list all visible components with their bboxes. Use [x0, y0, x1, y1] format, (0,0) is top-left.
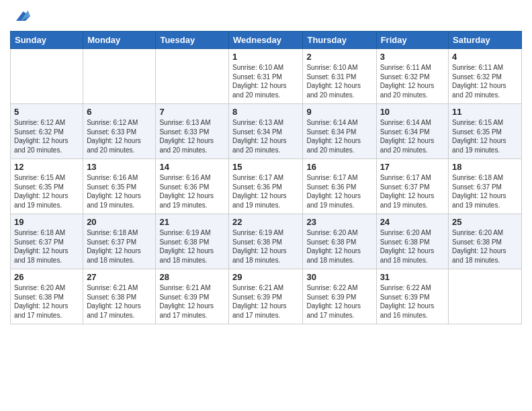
day-number: 11: [452, 107, 518, 117]
day-info: Sunrise: 6:17 AM Sunset: 6:36 PM Dayligh…: [232, 173, 299, 210]
day-number: 29: [232, 272, 299, 282]
weekday-header-sunday: Sunday: [11, 32, 83, 49]
day-number: 7: [159, 107, 225, 117]
week-row-3: 12Sunrise: 6:15 AM Sunset: 6:35 PM Dayli…: [11, 159, 522, 214]
day-info: Sunrise: 6:13 AM Sunset: 6:33 PM Dayligh…: [159, 118, 225, 154]
day-info: Sunrise: 6:20 AM Sunset: 6:38 PM Dayligh…: [14, 283, 79, 320]
day-info: Sunrise: 6:16 AM Sunset: 6:36 PM Dayligh…: [159, 173, 225, 210]
day-number: 22: [232, 217, 299, 227]
day-number: 5: [14, 107, 79, 117]
day-info: Sunrise: 6:19 AM Sunset: 6:38 PM Dayligh…: [232, 228, 299, 265]
day-number: 12: [14, 162, 79, 172]
calendar-cell: 13Sunrise: 6:16 AM Sunset: 6:35 PM Dayli…: [83, 159, 156, 214]
calendar-cell: 31Sunrise: 6:22 AM Sunset: 6:39 PM Dayli…: [376, 269, 448, 324]
calendar-cell: [449, 269, 522, 324]
weekday-header-tuesday: Tuesday: [156, 32, 229, 49]
day-number: 15: [232, 162, 299, 172]
day-info: Sunrise: 6:20 AM Sunset: 6:38 PM Dayligh…: [306, 228, 372, 265]
day-number: 3: [380, 52, 445, 62]
logo: [10, 7, 30, 26]
day-number: 23: [306, 217, 372, 227]
calendar-cell: 26Sunrise: 6:20 AM Sunset: 6:38 PM Dayli…: [11, 269, 83, 324]
day-info: Sunrise: 6:18 AM Sunset: 6:37 PM Dayligh…: [452, 173, 518, 210]
day-info: Sunrise: 6:20 AM Sunset: 6:38 PM Dayligh…: [452, 228, 518, 265]
calendar-cell: 4Sunrise: 6:11 AM Sunset: 6:32 PM Daylig…: [449, 49, 522, 104]
day-info: Sunrise: 6:17 AM Sunset: 6:36 PM Dayligh…: [306, 173, 372, 210]
day-number: 25: [452, 217, 518, 227]
day-info: Sunrise: 6:21 AM Sunset: 6:38 PM Dayligh…: [87, 283, 152, 320]
day-info: Sunrise: 6:17 AM Sunset: 6:37 PM Dayligh…: [380, 173, 445, 210]
calendar-cell: 30Sunrise: 6:22 AM Sunset: 6:39 PM Dayli…: [303, 269, 376, 324]
day-info: Sunrise: 6:11 AM Sunset: 6:32 PM Dayligh…: [452, 63, 518, 99]
day-number: 6: [87, 107, 152, 117]
day-number: 20: [87, 217, 152, 227]
calendar-cell: 7Sunrise: 6:13 AM Sunset: 6:33 PM Daylig…: [156, 104, 229, 159]
day-number: 14: [159, 162, 225, 172]
calendar-cell: 25Sunrise: 6:20 AM Sunset: 6:38 PM Dayli…: [449, 214, 522, 269]
day-number: 21: [159, 217, 225, 227]
week-row-4: 19Sunrise: 6:18 AM Sunset: 6:37 PM Dayli…: [11, 214, 522, 269]
day-number: 17: [380, 162, 445, 172]
day-number: 24: [380, 217, 445, 227]
day-info: Sunrise: 6:20 AM Sunset: 6:38 PM Dayligh…: [380, 228, 445, 265]
weekday-header-wednesday: Wednesday: [229, 32, 303, 49]
calendar-cell: 1Sunrise: 6:10 AM Sunset: 6:31 PM Daylig…: [229, 49, 303, 104]
day-number: 4: [452, 52, 518, 62]
week-row-1: 1Sunrise: 6:10 AM Sunset: 6:31 PM Daylig…: [11, 49, 522, 104]
calendar-cell: 16Sunrise: 6:17 AM Sunset: 6:36 PM Dayli…: [303, 159, 376, 214]
calendar-cell: 10Sunrise: 6:14 AM Sunset: 6:34 PM Dayli…: [376, 104, 448, 159]
page-container: SundayMondayTuesdayWednesdayThursdayFrid…: [0, 0, 532, 331]
calendar-cell: 28Sunrise: 6:21 AM Sunset: 6:39 PM Dayli…: [156, 269, 229, 324]
weekday-header-saturday: Saturday: [449, 32, 522, 49]
day-number: 16: [306, 162, 372, 172]
calendar-cell: 2Sunrise: 6:10 AM Sunset: 6:31 PM Daylig…: [303, 49, 376, 104]
day-number: 27: [87, 272, 152, 282]
calendar-cell: [83, 49, 156, 104]
calendar-cell: 18Sunrise: 6:18 AM Sunset: 6:37 PM Dayli…: [449, 159, 522, 214]
day-number: 30: [306, 272, 372, 282]
day-number: 31: [380, 272, 445, 282]
calendar-cell: 22Sunrise: 6:19 AM Sunset: 6:38 PM Dayli…: [229, 214, 303, 269]
day-info: Sunrise: 6:13 AM Sunset: 6:34 PM Dayligh…: [232, 118, 299, 154]
day-info: Sunrise: 6:18 AM Sunset: 6:37 PM Dayligh…: [14, 228, 79, 265]
day-number: 9: [306, 107, 372, 117]
weekday-header-row: SundayMondayTuesdayWednesdayThursdayFrid…: [11, 32, 522, 49]
calendar-cell: 5Sunrise: 6:12 AM Sunset: 6:32 PM Daylig…: [11, 104, 83, 159]
calendar-cell: 29Sunrise: 6:21 AM Sunset: 6:39 PM Dayli…: [229, 269, 303, 324]
day-info: Sunrise: 6:16 AM Sunset: 6:35 PM Dayligh…: [87, 173, 152, 210]
day-number: 10: [380, 107, 445, 117]
day-info: Sunrise: 6:11 AM Sunset: 6:32 PM Dayligh…: [380, 63, 445, 99]
calendar-cell: 23Sunrise: 6:20 AM Sunset: 6:38 PM Dayli…: [303, 214, 376, 269]
calendar-cell: 3Sunrise: 6:11 AM Sunset: 6:32 PM Daylig…: [376, 49, 448, 104]
day-number: 26: [14, 272, 79, 282]
calendar-cell: [11, 49, 83, 104]
day-info: Sunrise: 6:10 AM Sunset: 6:31 PM Dayligh…: [306, 63, 372, 99]
day-number: 19: [14, 217, 79, 227]
calendar-cell: 15Sunrise: 6:17 AM Sunset: 6:36 PM Dayli…: [229, 159, 303, 214]
day-info: Sunrise: 6:12 AM Sunset: 6:32 PM Dayligh…: [14, 118, 79, 154]
weekday-header-monday: Monday: [83, 32, 156, 49]
calendar-cell: 21Sunrise: 6:19 AM Sunset: 6:38 PM Dayli…: [156, 214, 229, 269]
day-number: 13: [87, 162, 152, 172]
day-info: Sunrise: 6:14 AM Sunset: 6:34 PM Dayligh…: [380, 118, 445, 154]
header: [10, 7, 522, 26]
day-info: Sunrise: 6:15 AM Sunset: 6:35 PM Dayligh…: [14, 173, 79, 210]
calendar-cell: 11Sunrise: 6:15 AM Sunset: 6:35 PM Dayli…: [449, 104, 522, 159]
day-number: 28: [159, 272, 225, 282]
day-number: 2: [306, 52, 372, 62]
week-row-2: 5Sunrise: 6:12 AM Sunset: 6:32 PM Daylig…: [11, 104, 522, 159]
calendar-cell: 20Sunrise: 6:18 AM Sunset: 6:37 PM Dayli…: [83, 214, 156, 269]
logo-icon: [11, 7, 30, 26]
day-info: Sunrise: 6:10 AM Sunset: 6:31 PM Dayligh…: [232, 63, 299, 99]
calendar-cell: 14Sunrise: 6:16 AM Sunset: 6:36 PM Dayli…: [156, 159, 229, 214]
day-info: Sunrise: 6:21 AM Sunset: 6:39 PM Dayligh…: [232, 283, 299, 320]
day-number: 8: [232, 107, 299, 117]
day-number: 18: [452, 162, 518, 172]
day-info: Sunrise: 6:22 AM Sunset: 6:39 PM Dayligh…: [380, 283, 445, 320]
weekday-header-thursday: Thursday: [303, 32, 376, 49]
day-info: Sunrise: 6:15 AM Sunset: 6:35 PM Dayligh…: [452, 118, 518, 154]
calendar-cell: 19Sunrise: 6:18 AM Sunset: 6:37 PM Dayli…: [11, 214, 83, 269]
calendar-cell: 8Sunrise: 6:13 AM Sunset: 6:34 PM Daylig…: [229, 104, 303, 159]
calendar-cell: 9Sunrise: 6:14 AM Sunset: 6:34 PM Daylig…: [303, 104, 376, 159]
week-row-5: 26Sunrise: 6:20 AM Sunset: 6:38 PM Dayli…: [11, 269, 522, 324]
